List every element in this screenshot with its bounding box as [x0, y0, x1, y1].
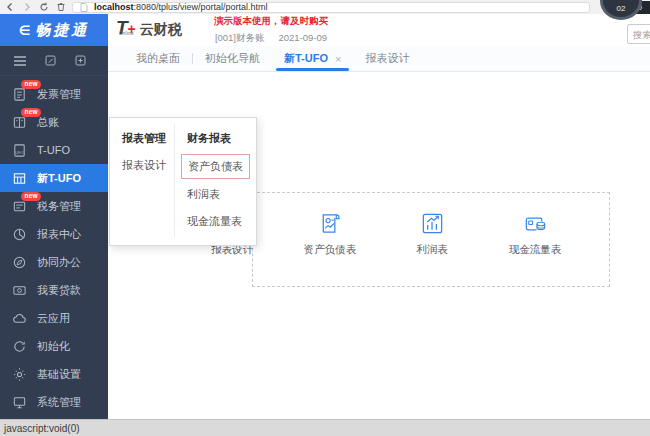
menu-item-report-design[interactable]: 报表设计 — [110, 152, 174, 179]
app-header: ∈ 畅捷通 T+Online 云财税 演示版本使用，请及时购买 [001]财务账… — [0, 14, 650, 46]
trash-icon[interactable] — [55, 1, 67, 13]
search-input[interactable] — [627, 24, 650, 44]
address-bar[interactable]: localhost:8080/tplus/view/portal/portal.… — [72, 2, 590, 13]
menu-item-balance-sheet[interactable]: 资产负债表 — [181, 154, 250, 179]
menu-item-cash-flow[interactable]: 现金流量表 — [175, 208, 256, 235]
menu-icon[interactable] — [13, 55, 27, 67]
invoice-icon: new — [11, 86, 28, 103]
new-badge: new — [21, 108, 41, 118]
sidebar-item-label: 报表中心 — [37, 227, 81, 242]
report-center-icon — [11, 226, 28, 243]
tab-init-nav[interactable]: 初始化导航 — [193, 46, 272, 71]
menu-group-header: 财务报表 — [175, 126, 256, 152]
menu-group-header: 报表管理 — [110, 126, 174, 152]
sidebar: new 发票管理 new 总账 UFO T-UFO — [0, 46, 108, 419]
sidebar-toolbar — [0, 46, 108, 76]
sidebar-item-label: 总账 — [37, 115, 59, 130]
sidebar-item-ledger[interactable]: new 总账 — [0, 108, 108, 136]
sidebar-item-label: 协同办公 — [37, 255, 81, 270]
brand-name: 畅捷通 — [35, 21, 89, 40]
ledger-icon: new — [11, 114, 28, 131]
back-icon[interactable] — [4, 1, 16, 13]
product-logo: T+Online 云财税 — [116, 18, 182, 39]
sidebar-item-label: T-UFO — [37, 144, 70, 156]
forward-icon[interactable] — [21, 1, 33, 13]
sidebar-item-label: 税务管理 — [37, 199, 81, 214]
sidebar-item-invoice[interactable]: new 发票管理 — [0, 80, 108, 108]
tab-close-icon[interactable]: × — [335, 53, 341, 65]
demo-notice: 演示版本使用，请及时购买 [001]财务账 2021-09-09 — [196, 15, 346, 45]
sidebar-item-report-center[interactable]: 报表中心 — [0, 220, 108, 248]
page-icon — [78, 1, 90, 13]
shortcut-label: 资产负债表 — [304, 243, 357, 257]
sidebar-item-label: 新T-UFO — [37, 171, 81, 186]
url-host: localhost — [94, 2, 134, 12]
init-icon — [11, 338, 28, 355]
balance-sheet-icon — [317, 210, 344, 237]
collapse-arrow-icon: ∈ — [19, 23, 31, 38]
system-icon — [11, 394, 28, 411]
tab-new-t-ufo[interactable]: 新T-UFO × — [272, 46, 353, 71]
cloud-icon — [11, 310, 28, 327]
sidebar-item-initialization[interactable]: 初始化 — [0, 332, 108, 360]
shortcut-balance-sheet[interactable]: 资产负债表 — [280, 210, 380, 257]
tab-report-design[interactable]: 报表设计 — [353, 46, 421, 71]
svg-text:UFO: UFO — [15, 149, 23, 154]
sidebar-item-new-t-ufo[interactable]: 新T-UFO — [0, 164, 108, 192]
sidebar-item-label: 系统管理 — [37, 395, 81, 410]
shortcut-cash-flow[interactable]: 现金流量表 — [485, 210, 585, 257]
tax-icon: new — [11, 198, 28, 215]
product-name: 云财税 — [140, 21, 182, 39]
refresh-icon[interactable] — [38, 1, 50, 13]
menu-item-income-statement[interactable]: 利润表 — [175, 181, 256, 208]
sidebar-item-loan[interactable]: 我要贷款 — [0, 276, 108, 304]
cash-flow-icon — [522, 210, 549, 237]
online-label: Online — [119, 24, 134, 43]
login-date: 2021-09-09 — [279, 32, 328, 45]
sidebar-item-tax[interactable]: new 税务管理 — [0, 192, 108, 220]
browser-chrome: localhost:8080/tplus/view/portal/portal.… — [0, 0, 650, 14]
sidebar-nav: new 发票管理 new 总账 UFO T-UFO — [0, 80, 108, 416]
extension-badge-text: 02 — [617, 4, 626, 13]
collaboration-icon — [11, 254, 28, 271]
tab-my-desktop[interactable]: 我的桌面 — [124, 46, 192, 71]
tplus-logo: T+Online — [116, 18, 136, 39]
shortcut-income-statement[interactable]: 利润表 — [382, 210, 482, 257]
status-text: javascript:void(0) — [4, 423, 80, 434]
new-badge: new — [21, 192, 41, 202]
brand-logo[interactable]: ∈ 畅捷通 — [0, 14, 108, 46]
sidebar-item-basic-settings[interactable]: 基础设置 — [0, 360, 108, 388]
tab-bar: 我的桌面 初始化导航 新T-UFO × 报表设计 — [108, 46, 650, 72]
sidebar-item-cloud-apps[interactable]: 云应用 — [0, 304, 108, 332]
url-path: :8080/tplus/view/portal/portal.html — [134, 2, 268, 12]
demo-warning-text: 演示版本使用，请及时购买 — [196, 15, 346, 28]
menu-column-report-management: 报表管理 报表设计 — [110, 124, 174, 237]
t-ufo-icon: UFO — [11, 142, 28, 159]
browser-window: localhost:8080/tplus/view/portal/portal.… — [0, 0, 650, 436]
url-text: localhost:8080/tplus/view/portal/portal.… — [94, 2, 268, 12]
sidebar-item-label: 基础设置 — [37, 367, 81, 382]
sidebar-item-system-admin[interactable]: 系统管理 — [0, 388, 108, 416]
sidebar-item-label: 我要贷款 — [37, 283, 81, 298]
add-panel-icon[interactable] — [74, 54, 87, 67]
status-bar: javascript:void(0) — [0, 419, 650, 436]
reports-dropdown-menu: 报表管理 报表设计 财务报表 资产负债表 利润表 现金流量表 — [109, 117, 257, 246]
new-badge: new — [21, 80, 41, 90]
new-t-ufo-icon — [11, 170, 28, 187]
sidebar-item-label: 云应用 — [37, 311, 70, 326]
income-statement-icon — [419, 210, 446, 237]
edit-panel-icon[interactable] — [44, 54, 57, 67]
account-name: [001]财务账 — [215, 32, 265, 45]
menu-column-financial-reports: 财务报表 资产负债表 利润表 现金流量表 — [174, 124, 256, 237]
shortcut-label: 利润表 — [416, 243, 448, 257]
sidebar-item-label: 初始化 — [37, 339, 70, 354]
sidebar-item-label: 发票管理 — [37, 87, 81, 102]
shortcut-label: 现金流量表 — [509, 243, 562, 257]
sidebar-item-t-ufo[interactable]: UFO T-UFO — [0, 136, 108, 164]
sidebar-item-collaboration[interactable]: 协同办公 — [0, 248, 108, 276]
settings-icon — [11, 366, 28, 383]
loan-icon — [11, 282, 28, 299]
